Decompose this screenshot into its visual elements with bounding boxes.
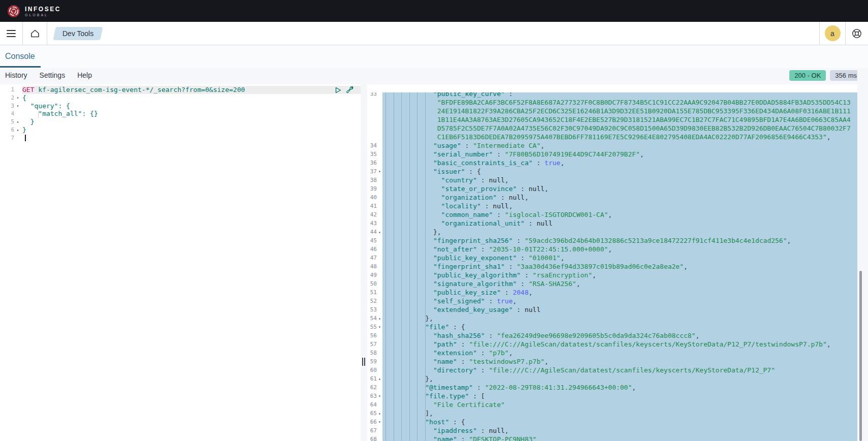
response-line[interactable]: 40 "organization" : null, [367, 193, 857, 202]
request-line[interactable]: 7 [0, 134, 361, 142]
response-line[interactable]: 60 "directory" : "file:///C://AgileScan/… [367, 366, 857, 374]
line-gutter: 38 [367, 176, 382, 184]
request-line[interactable]: 2▾{ [0, 94, 361, 102]
response-line[interactable]: 68 "name" : "DESKTOP-PC9NH83" [367, 435, 857, 441]
send-request-play-icon[interactable] [335, 87, 341, 93]
menu-item-history[interactable]: History [5, 71, 27, 79]
line-number: 57 [367, 340, 377, 349]
response-line[interactable]: 45 "fingerprint_sha256" : "59acdc396bd24… [367, 236, 857, 245]
fold-toggle-icon[interactable]: ▾ [14, 102, 21, 110]
response-line[interactable]: 53 "extended_key_usage" : null [367, 305, 857, 314]
fold-spacer [377, 184, 382, 193]
response-line[interactable]: 1B11E4AA3A8763AE3D27605CA943652C18F4E2EB… [367, 115, 857, 124]
fold-spacer [377, 92, 382, 98]
response-line[interactable]: 50 "signature_algorithm" : "RSA-SHA256", [367, 279, 857, 288]
help-controls-icon[interactable] [851, 28, 862, 39]
line-text: "file.type" : [ [382, 392, 485, 400]
response-line[interactable]: 34 "usage" : "Intermediate CA", [367, 141, 857, 150]
response-line[interactable]: 54▴ }, [367, 314, 857, 323]
response-line[interactable]: 47 "public_key_exponent" : "010001", [367, 254, 857, 262]
line-number: 67 [367, 426, 377, 435]
request-line[interactable]: 4 "match_all": {} [0, 110, 361, 118]
line-text: }, [382, 314, 433, 323]
response-line[interactable]: 57 "path" : "file:///C://AgileScan/datat… [367, 340, 857, 349]
response-line[interactable]: 36 "basic_constraints_is_ca" : true, [367, 159, 857, 167]
line-number: 54 [367, 314, 377, 323]
response-line[interactable]: 49 "public_key_algorithm" : "rsaEncrypti… [367, 271, 857, 279]
response-line[interactable]: 59 "name" : "testwindowsP7.p7b", [367, 357, 857, 366]
response-line[interactable]: 52 "self_signed" : true, [367, 297, 857, 305]
response-line[interactable]: 46 "not_after" : "2035-10-01T22:45:15.00… [367, 245, 857, 254]
fold-toggle-icon[interactable]: ▴ [14, 118, 21, 126]
menu-item-settings[interactable]: Settings [40, 71, 66, 79]
line-gutter: 56 [367, 331, 382, 340]
response-line[interactable]: 61▴ }, [367, 374, 857, 383]
fold-toggle-icon[interactable]: ▴ [377, 314, 382, 323]
fold-toggle-icon[interactable]: ▴ [14, 126, 21, 134]
response-line[interactable]: 24E1914B1822F39A286CBA25F2ECD6C325E16246… [367, 107, 857, 115]
response-line[interactable]: 38 "country" : null, [367, 176, 857, 184]
fold-toggle-icon[interactable]: ▴ [377, 374, 382, 383]
tab-console[interactable]: Console [5, 52, 35, 61]
response-line[interactable]: "BFDFE89BA2CA6F3BC6F52F8A8E687A277327F0C… [367, 98, 857, 107]
response-line[interactable]: C1EB6F5183D6DEDEA7B2095975A407BEBD6FF781… [367, 133, 857, 141]
wrench-options-icon[interactable] [346, 86, 353, 93]
response-line[interactable]: 33 "public_key_curve" : [367, 92, 857, 98]
line-text: "match_all": {} [22, 110, 98, 118]
fold-toggle-icon[interactable]: ▾ [377, 167, 382, 176]
response-line[interactable]: 44▴ }, [367, 228, 857, 236]
response-line[interactable]: 62 "@timestamp" : "2022-08-29T08:41:31.2… [367, 383, 857, 392]
response-line[interactable]: 66▾ "host" : { [367, 418, 857, 426]
line-gutter: 65▴ [367, 409, 382, 418]
fold-toggle-icon[interactable]: ▾ [377, 418, 382, 426]
response-line[interactable]: 65▴ ], [367, 409, 857, 418]
request-line[interactable]: 1GET kf-agilersec_com-isg-event-*/_searc… [0, 86, 361, 94]
response-line[interactable]: 41 "locality" : null, [367, 202, 857, 210]
brand-bar: INFOSEC GLOBAL [0, 0, 868, 22]
line-text: "File Certificate" [382, 400, 505, 409]
line-text: }, [382, 374, 433, 383]
fold-toggle-icon[interactable]: ▾ [14, 94, 21, 102]
line-number: 64 [367, 400, 377, 409]
request-line[interactable]: 6▴} [0, 126, 361, 134]
fold-toggle-icon[interactable]: ▾ [377, 323, 382, 331]
line-gutter: 6▴ [0, 126, 22, 134]
vertical-scrollbar-thumb[interactable] [859, 271, 862, 441]
line-gutter: 54▴ [367, 314, 382, 323]
response-line[interactable]: 43 "organizational_unit" : null [367, 219, 857, 228]
response-line[interactable]: 56 "hash_sha256" : "fea26249d9ee96698e92… [367, 331, 857, 340]
response-line[interactable]: 48 "fingerprint_sha1" : "3aa30d436ef94d3… [367, 262, 857, 271]
menu-hamburger-icon[interactable] [0, 22, 22, 45]
panel-resizer[interactable] [361, 84, 367, 441]
response-line[interactable]: 63▾ "file.type" : [ [367, 392, 857, 400]
response-line[interactable]: 58 "extension" : "p7b", [367, 349, 857, 357]
response-line[interactable]: 64 "File Certificate" [367, 400, 857, 409]
line-text: C1EB6F5183D6DEDEA7B2095975A407BEBD6FF781… [382, 133, 831, 141]
line-text: "public_key_size" : 2048, [382, 288, 533, 297]
line-gutter: 33 [367, 92, 382, 98]
response-editor[interactable]: 33 "public_key_curve" : "BFDFE89BA2CA6F3… [367, 92, 857, 441]
request-line[interactable]: 5▴ } [0, 118, 361, 126]
user-avatar[interactable]: a [825, 25, 841, 41]
response-line[interactable]: D5785F2C55DE7F7A0A02A4735E56C02F30C97049… [367, 124, 857, 133]
response-line[interactable]: 55▾ "file" : { [367, 323, 857, 331]
response-line[interactable]: 42 "common_name" : "isglocal-ISGTORDCW00… [367, 210, 857, 219]
line-text: "not_after" : "2035-10-01T22:45:15.000+0… [382, 245, 612, 254]
response-line[interactable]: 37▾ "issuer" : { [367, 167, 857, 176]
fold-spacer [377, 340, 382, 349]
response-line[interactable]: 39 "state_or_province" : null, [367, 184, 857, 193]
home-button[interactable] [23, 22, 47, 45]
fold-toggle-icon[interactable]: ▾ [377, 392, 382, 400]
fold-toggle-icon[interactable]: ▴ [377, 228, 382, 236]
fold-spacer [377, 107, 382, 115]
response-line[interactable]: 51 "public_key_size" : 2048, [367, 288, 857, 297]
request-editor[interactable]: 1GET kf-agilersec_com-isg-event-*/_searc… [0, 84, 361, 441]
request-line[interactable]: 3▾ "query": { [0, 102, 361, 110]
fold-toggle-icon[interactable]: ▴ [377, 409, 382, 418]
response-line[interactable]: 67 "ipaddress" : null, [367, 426, 857, 435]
line-text: 24E1914B1822F39A286CBA25F2ECD6C325E16246… [382, 107, 851, 115]
breadcrumb-dev-tools[interactable]: Dev Tools [53, 27, 103, 40]
line-text: "host" : { [382, 418, 465, 426]
response-line[interactable]: 35 "serial_number" : "7F80B56D1074919E44… [367, 150, 857, 159]
menu-item-help[interactable]: Help [77, 71, 92, 79]
